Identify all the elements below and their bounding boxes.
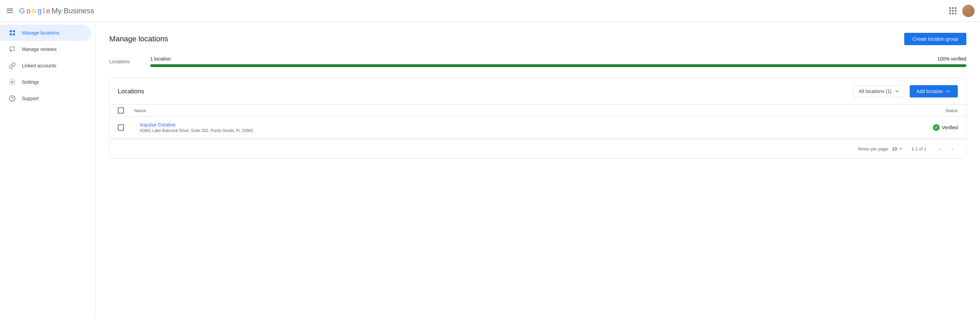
select-all-checkbox[interactable] [118,107,124,113]
svg-rect-0 [10,30,12,32]
user-avatar[interactable] [962,5,975,17]
header-left: Google My Business [5,6,94,15]
prev-page-button[interactable]: ‹ [935,143,945,154]
svg-rect-1 [13,30,15,32]
gear-icon [8,78,16,86]
logo-letter-o1: o [26,6,30,15]
logo-letter-e: e [46,6,50,15]
table-footer: Rows per page: 10 1-1 of 1 ‹ › [110,139,966,158]
all-locations-filter-label: All locations (1) [859,89,892,94]
row-checkbox-col [118,125,134,131]
locations-card-title: Locations [118,88,144,95]
svg-point-5 [10,96,15,102]
verified-checkmark-icon: ✓ [933,124,940,131]
pagination-buttons: ‹ › [935,143,958,154]
comment-icon [8,45,16,53]
sidebar-item-manage-reviews[interactable]: Manage reviews [0,41,91,58]
sidebar-item-manage-locations[interactable]: Manage locations [0,25,91,41]
grid-list-icon [8,29,16,37]
svg-rect-2 [10,34,12,35]
add-location-label: Add location [916,89,943,94]
link-icon [8,62,16,70]
page-title: Manage locations [109,35,168,43]
table-header: Name Status [110,104,966,117]
stats-row-label: Locations [109,59,137,64]
sidebar-item-settings[interactable]: Settings [0,74,91,90]
svg-rect-3 [13,34,15,35]
sidebar-manage-reviews-label: Manage reviews [22,46,57,52]
select-all-col [118,107,134,113]
verified-progress-fill [150,64,966,67]
sidebar-settings-label: Settings [22,79,39,85]
main-content: Manage locations Create location group L… [95,22,980,318]
app-layout: Manage locations Manage reviews Linked a… [0,22,980,318]
locations-card-actions: All locations (1) Add location [853,85,958,97]
add-location-button[interactable]: Add location [910,85,958,97]
logo-letter-g: G [19,6,25,15]
sidebar-linked-accounts-label: Linked accounts [22,63,56,69]
svg-point-6 [12,99,13,100]
google-apps-icon [949,7,956,14]
logo-product-name: My Business [52,6,94,15]
next-page-button[interactable]: › [947,143,958,154]
pagination-info: 1-1 of 1 [912,146,926,152]
col-status-header: Status [896,108,958,113]
locations-card-header: Locations All locations (1) Add location [110,78,966,104]
logo-letter-g2: g [38,6,42,15]
rows-per-page: Rows per page: 10 [858,146,903,152]
hamburger-menu-button[interactable] [5,7,14,15]
row-checkbox[interactable] [118,125,124,131]
header-right [946,4,975,18]
sidebar-item-linked-accounts[interactable]: Linked accounts [0,58,91,74]
app-header: Google My Business [0,0,980,22]
rows-per-page-label: Rows per page: [858,146,889,152]
chevron-down-icon-add [945,89,951,94]
verified-label: Verified [942,125,958,130]
page-header: Manage locations Create location group [109,33,966,45]
avatar-image [962,5,975,17]
stats-info: 1 location 100% verified [150,56,966,67]
location-count: 1 location [150,56,171,62]
locations-card: Locations All locations (1) Add location [109,78,966,159]
location-status: ✓ Verified [896,124,958,131]
chevron-down-icon [894,89,900,94]
svg-point-4 [12,81,13,83]
rows-per-page-value: 10 [892,146,897,152]
col-name-header: Name [134,108,896,113]
logo-letter-l: l [43,6,45,15]
verified-progress-bar [150,64,966,67]
rows-per-page-selector[interactable]: 10 [892,146,903,152]
stats-row: Locations 1 location 100% verified [109,56,966,67]
app-logo: Google My Business [19,6,94,15]
help-circle-icon [8,94,16,102]
chevron-down-rows-icon [898,146,903,151]
verified-pct: 100% verified [937,56,966,62]
sidebar: Manage locations Manage reviews Linked a… [0,22,95,318]
sidebar-support-label: Support [22,96,38,101]
location-name[interactable]: Impulse Creative [140,122,896,128]
sidebar-item-support[interactable]: Support [0,90,91,107]
stats-numbers: 1 location 100% verified [150,56,966,62]
create-location-group-button[interactable]: Create location group [904,33,966,45]
location-address: 42891 Lake Babcock Drive, Suite 202, Pun… [140,128,896,133]
location-info: Impulse Creative 42891 Lake Babcock Driv… [140,122,896,133]
google-apps-button[interactable] [946,4,959,18]
sidebar-manage-locations-label: Manage locations [22,30,59,35]
logo-letter-o2: o [32,6,36,15]
all-locations-filter-button[interactable]: All locations (1) [853,85,905,97]
table-row: Impulse Creative 42891 Lake Babcock Driv… [110,117,966,139]
